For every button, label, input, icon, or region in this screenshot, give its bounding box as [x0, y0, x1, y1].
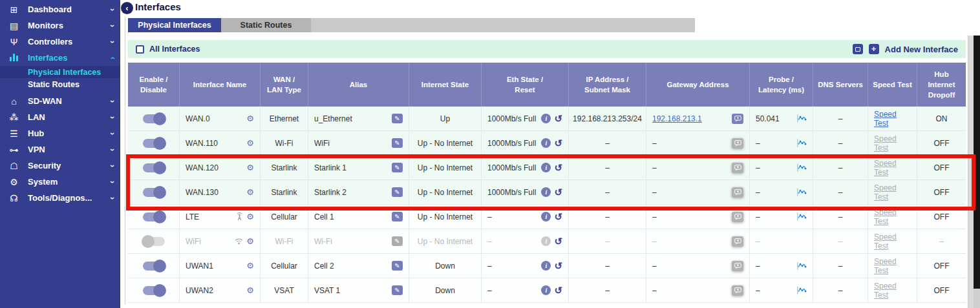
sidebar-item-dashboard[interactable]: ⊞Dashboard› [0, 1, 120, 17]
sidebar-item-system[interactable]: ⚙System› [0, 174, 120, 190]
gear-icon[interactable]: ⚙ [246, 188, 254, 196]
sidebar-item-security[interactable]: ☖Security› [0, 158, 120, 174]
sidebar-item-lan[interactable]: ⁂LAN› [0, 109, 120, 125]
speed-test-link[interactable]: Speed Test [874, 159, 911, 177]
gateway-ping-button[interactable] [732, 187, 743, 198]
gateway-ping-button[interactable] [732, 212, 743, 222]
alias: Starlink 2 [314, 188, 389, 197]
gear-icon[interactable]: ⚙ [246, 286, 254, 294]
info-icon[interactable]: i [541, 187, 551, 197]
reset-icon[interactable]: ↺ [554, 236, 562, 246]
reset-icon[interactable]: ↺ [554, 261, 562, 271]
speed-test-link[interactable]: Speed Test [874, 183, 911, 201]
add-new-interface-button[interactable]: Add New Interface [885, 45, 958, 54]
interface-name: LTE [186, 212, 233, 221]
edit-alias-button[interactable]: ✎ [392, 163, 403, 172]
dns-servers: – [838, 163, 843, 172]
chevron-up-icon: › [108, 57, 117, 59]
sidebar-item-hub[interactable]: ☰Hub› [0, 125, 120, 141]
tab-physical-interfaces[interactable]: Physical Interfaces [128, 18, 221, 32]
info-icon[interactable]: i [541, 212, 551, 221]
enable-toggle[interactable] [143, 286, 165, 295]
sidebar-item-interfaces[interactable]: Interfaces› [0, 50, 120, 66]
enable-toggle[interactable] [143, 114, 165, 123]
latency-chart-icon[interactable] [796, 114, 807, 123]
latency-chart-icon[interactable] [796, 262, 807, 270]
gear-icon[interactable]: ⚙ [246, 139, 254, 147]
tab-static-routes[interactable]: Static Routes [221, 18, 311, 32]
table-row-wan-110: WAN.110⚙Wi-FiWiFi✎Up - No Internet1000Mb… [128, 131, 966, 156]
gateway-ping-button[interactable] [732, 114, 743, 124]
gear-icon[interactable]: ⚙ [246, 114, 254, 123]
enable-toggle[interactable] [143, 262, 165, 271]
vertical-scrollbar[interactable] [968, 36, 974, 308]
gear-icon[interactable]: ⚙ [246, 163, 254, 172]
security-shield-icon: ☖ [6, 161, 22, 171]
reset-icon[interactable]: ↺ [554, 285, 562, 295]
sidebar-item-controllers[interactable]: ΨControllers› [0, 34, 120, 50]
hub-internet-dropoff: OFF [934, 139, 950, 148]
speed-test-link[interactable]: Speed Test [874, 208, 911, 226]
edit-alias-button[interactable]: ✎ [392, 236, 403, 246]
gateway-ping-button[interactable] [732, 138, 743, 149]
sidebar-item-physical-interfaces[interactable]: Physical Interfaces [0, 66, 120, 78]
gear-icon[interactable]: ⚙ [246, 262, 254, 270]
gear-icon[interactable]: ⚙ [246, 212, 254, 221]
speed-test-link[interactable]: Speed Test [874, 232, 911, 251]
internet-state: Up [440, 114, 450, 123]
enable-toggle[interactable] [143, 163, 165, 172]
edit-alias-button[interactable]: ✎ [392, 187, 403, 197]
info-icon[interactable]: i [541, 163, 551, 172]
speed-test-link[interactable]: Speed Test [874, 282, 911, 300]
gateway-ping-button[interactable] [732, 236, 743, 247]
gear-icon[interactable]: ⚙ [246, 237, 254, 245]
info-icon[interactable]: i [541, 285, 551, 295]
enable-toggle[interactable] [143, 139, 165, 148]
info-icon[interactable]: i [541, 261, 551, 271]
reset-icon[interactable]: ↺ [554, 138, 562, 148]
info-icon[interactable]: i [541, 114, 551, 123]
edit-alias-button[interactable]: ✎ [392, 261, 403, 271]
latency-chart-icon[interactable] [796, 212, 807, 221]
reset-icon[interactable]: ↺ [554, 187, 562, 197]
enable-toggle[interactable] [143, 212, 165, 221]
edit-alias-button[interactable]: ✎ [392, 114, 403, 123]
alias: u_Ethernet [314, 114, 389, 123]
info-icon[interactable]: i [541, 236, 551, 246]
gateway-ping-button[interactable] [732, 285, 743, 296]
sidebar-collapse-button[interactable]: ‹ [121, 2, 133, 14]
all-interfaces-checkbox[interactable] [136, 45, 144, 54]
gateway-ping-button[interactable] [732, 163, 743, 173]
plus-icon[interactable]: + [869, 44, 879, 54]
latency-chart-icon[interactable] [796, 188, 807, 196]
sidebar-item-vpn[interactable]: ⊶VPN› [0, 141, 120, 158]
info-icon[interactable]: i [541, 138, 551, 148]
hub-internet-dropoff: OFF [934, 188, 950, 197]
probe-latency: – [756, 286, 793, 295]
edit-alias-button[interactable]: ✎ [392, 285, 403, 295]
sidebar-item-static-routes[interactable]: Static Routes [0, 78, 120, 90]
chevron-down-icon: › [108, 132, 117, 135]
gateway-address[interactable]: 192.168.213.1 [652, 114, 702, 123]
latency-chart-icon[interactable] [796, 139, 807, 147]
speed-test-link[interactable]: Speed Test [874, 110, 911, 128]
gateway-ping-button[interactable] [732, 261, 743, 271]
sidebar-item-tools-diagnos[interactable]: ☊Tools/Diagnos...› [0, 190, 120, 206]
latency-chart-icon[interactable] [796, 163, 807, 172]
probe-latency: – [756, 163, 793, 172]
enable-toggle[interactable] [143, 237, 165, 246]
table-row-wan-120: WAN.120⚙StarlinkStarlink 1✎Up - No Inter… [128, 156, 966, 180]
sidebar-item-sd-wan[interactable]: ⌂SD-WAN› [0, 93, 120, 109]
edit-alias-button[interactable]: ✎ [392, 212, 403, 221]
latency-chart-icon[interactable] [796, 286, 807, 294]
speed-test-link[interactable]: Speed Test [874, 257, 911, 275]
speed-test-link[interactable]: Speed Test [874, 134, 911, 152]
reset-icon[interactable]: ↺ [554, 212, 562, 221]
window-icon[interactable] [853, 44, 863, 54]
reset-icon[interactable]: ↺ [554, 114, 562, 123]
column-header-eth-state: Eth State / Reset [482, 63, 569, 107]
reset-icon[interactable]: ↺ [554, 163, 562, 172]
sidebar-item-monitors[interactable]: ▤Monitors› [0, 17, 120, 34]
enable-toggle[interactable] [143, 188, 165, 197]
edit-alias-button[interactable]: ✎ [392, 138, 403, 148]
